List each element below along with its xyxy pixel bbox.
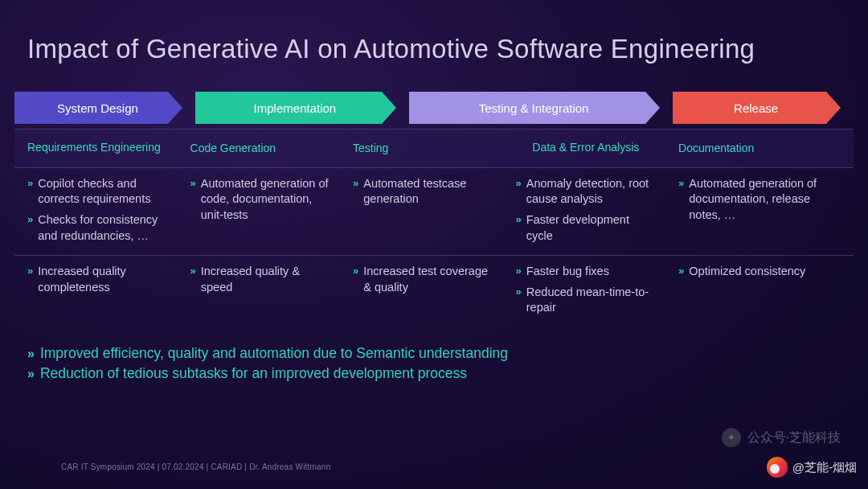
detail-cell-testing: »Automated testcase generation — [340, 168, 503, 255]
detail-text: Checks for consistency and redundancies,… — [38, 212, 167, 244]
content-area: System Design Implementation Testing & I… — [0, 92, 868, 382]
summary-line: » Improved efficiency, quality and autom… — [27, 345, 854, 362]
summary-block: » Improved efficiency, quality and autom… — [14, 345, 854, 382]
detail-cell-analysis: »Anomaly detection, root cause analysis … — [503, 168, 666, 255]
phase-arrow-implementation: Implementation — [195, 92, 395, 124]
detail-text: Faster development cycle — [526, 212, 656, 244]
chevron-icon: » — [516, 264, 520, 280]
detail-row: »Copilot checks and corrects requirement… — [14, 168, 854, 256]
phase-arrow-system-design: System Design — [14, 92, 181, 124]
chevron-icon: » — [27, 367, 32, 381]
chevron-icon: » — [516, 285, 520, 316]
detail-text: Automated testcase generation — [363, 176, 493, 208]
phase-label: System Design — [57, 101, 138, 115]
wechat-icon: ✦ — [722, 428, 741, 447]
phase-label: Implementation — [254, 101, 337, 115]
subhead-row: Requirements Engineering Code Generation… — [14, 129, 854, 168]
chevron-icon: » — [678, 264, 682, 280]
detail-text: Automated generation of code, documentat… — [201, 176, 330, 224]
detail-text: Anomaly detection, root cause analysis — [526, 176, 656, 208]
chevron-icon: » — [190, 176, 194, 224]
page-title: Impact of Generative AI on Automotive So… — [0, 0, 868, 72]
summary-line: » Reduction of tedious subtasks for an i… — [27, 365, 854, 382]
summary-text: Improved efficiency, quality and automat… — [40, 345, 356, 361]
benefit-text: Increased quality completeness — [38, 264, 167, 295]
phase-arrow-testing-integration: Testing & Integration — [409, 92, 658, 124]
subhead-testing: Testing — [340, 129, 503, 167]
benefit-text: Increased quality & speed — [201, 264, 330, 295]
footer-meta: CAR IT Symposium 2024 | 07.02.2024 | CAR… — [61, 462, 330, 471]
phase-label: Release — [734, 101, 778, 115]
summary-text: Reduction of tedious subtasks for an imp… — [40, 365, 467, 382]
benefit-row: »Increased quality completeness »Increas… — [14, 256, 854, 327]
phase-arrow-release: Release — [673, 92, 839, 124]
phase-arrows-row: System Design Implementation Testing & I… — [14, 92, 854, 124]
benefit-text: Reduced mean-time-to-repair — [526, 285, 656, 316]
benefit-cell: »Faster bug fixes »Reduced mean-time-to-… — [503, 256, 666, 327]
chevron-icon: » — [27, 347, 32, 361]
chevron-icon: » — [27, 176, 31, 208]
chevron-icon: » — [27, 264, 31, 295]
chevron-icon: » — [353, 176, 357, 208]
chevron-icon: » — [190, 264, 194, 295]
benefit-cell: »Increased quality & speed — [178, 256, 341, 327]
chevron-icon: » — [27, 212, 31, 244]
subhead-data-error-analysis: Data & Error Analysis — [503, 129, 666, 167]
benefit-text: Increased test coverage & quality — [363, 264, 493, 295]
benefit-text: Faster bug fixes — [526, 264, 609, 280]
weibo-icon — [767, 457, 788, 478]
detail-cell-requirements: »Copilot checks and corrects requirement… — [14, 168, 178, 255]
detail-cell-documentation: »Automated generation of documentation, … — [665, 168, 854, 255]
chevron-icon: » — [516, 212, 520, 244]
summary-bold: Semantic understanding — [356, 345, 508, 361]
detail-text: Automated generation of documentation, r… — [689, 176, 844, 224]
subhead-documentation: Documentation — [665, 129, 854, 167]
chevron-icon: » — [353, 264, 357, 295]
detail-text: Copilot checks and corrects requirements — [38, 176, 167, 208]
chevron-icon: » — [516, 176, 520, 208]
watermark-weibo: @芝能-烟烟 — [767, 457, 857, 478]
benefit-cell: »Increased test coverage & quality — [340, 256, 503, 327]
benefit-text: Optimized consistency — [689, 264, 805, 280]
watermark-text: 公众号·芝能科技 — [747, 429, 841, 446]
chevron-icon: » — [678, 176, 682, 224]
benefit-cell: »Increased quality completeness — [14, 256, 178, 327]
watermark-wechat: ✦ 公众号·芝能科技 — [722, 428, 841, 447]
benefit-cell: »Optimized consistency — [665, 256, 854, 327]
watermark-handle: 芝能-烟烟 — [805, 460, 857, 475]
subhead-requirements: Requirements Engineering — [14, 129, 178, 167]
detail-cell-code-generation: »Automated generation of code, documenta… — [178, 168, 341, 255]
subhead-code-generation: Code Generation — [178, 129, 341, 167]
watermark-prefix: @ — [792, 461, 805, 475]
phase-label: Testing & Integration — [479, 101, 589, 115]
